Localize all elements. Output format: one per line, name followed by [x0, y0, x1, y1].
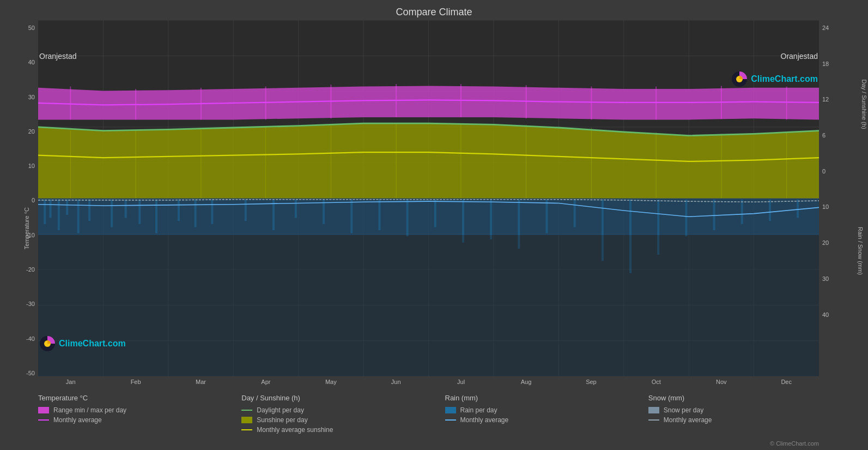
legend-sunshine-avg: Monthly average sunshine — [241, 426, 445, 434]
svg-rect-37 — [245, 200, 247, 221]
svg-rect-55 — [741, 200, 743, 224]
svg-rect-44 — [434, 200, 436, 227]
rain-label: Rain per day — [460, 406, 497, 414]
svg-rect-35 — [195, 200, 197, 227]
svg-rect-56 — [769, 200, 771, 221]
y-right-label-0: 0 — [822, 168, 825, 175]
legend-temp-avg: Monthly average — [38, 416, 241, 424]
x-label-jul: Jul — [428, 379, 493, 387]
svg-rect-25 — [49, 200, 51, 218]
chart-main: Oranjestad — [38, 20, 819, 387]
svg-rect-40 — [323, 200, 325, 224]
svg-rect-48 — [545, 200, 548, 233]
svg-rect-36 — [211, 200, 213, 224]
y-right-label-18: 18 — [822, 61, 829, 67]
sunshine-swatch — [241, 417, 252, 423]
svg-rect-58 — [38, 235, 819, 376]
svg-rect-30 — [111, 200, 113, 227]
page-title: Compare Climate — [0, 7, 868, 18]
legend-sunshine-title: Day / Sunshine (h) — [241, 394, 445, 402]
location-label-left: Oranjestad — [39, 52, 76, 61]
svg-rect-43 — [406, 200, 409, 237]
logo-bottom-left: ClimeChart.com — [39, 335, 126, 352]
legend-temp-title: Temperature °C — [38, 394, 241, 402]
svg-rect-46 — [490, 200, 492, 239]
legend-rain: Rain (mm) Rain per day Monthly average — [445, 394, 648, 434]
svg-rect-32 — [138, 200, 141, 224]
svg-rect-31 — [125, 200, 127, 218]
x-label-jun: Jun — [363, 379, 428, 387]
y-right-label-20: 20 — [822, 239, 829, 246]
legend-rain-avg: Monthly average — [445, 416, 648, 424]
x-label-aug: Aug — [494, 379, 559, 387]
legend-snow-avg: Monthly average — [648, 416, 852, 424]
rain-swatch — [445, 407, 456, 413]
copyright-text: © ClimeChart.com — [770, 440, 819, 447]
y-right-title-rain: Rain / Snow (mm) — [857, 227, 864, 275]
sunshine-avg-line — [241, 429, 252, 430]
svg-rect-39 — [295, 200, 297, 218]
legend-rain-title: Rain (mm) — [445, 394, 648, 402]
y-right-label-12: 12 — [822, 96, 829, 103]
rain-avg-line — [445, 419, 456, 421]
copyright: © ClimeChart.com — [0, 438, 868, 450]
page-container: Compare Climate Temperature °C 50 40 30 … — [0, 0, 868, 450]
y-axis-left-title: Temperature °C — [23, 207, 30, 249]
x-label-jan: Jan — [38, 379, 103, 387]
snow-label: Snow per day — [664, 406, 703, 414]
legend-temp-range: Range min / max per day — [38, 406, 241, 414]
chart-svg-container — [38, 20, 819, 376]
legend-snow-title: Snow (mm) — [648, 394, 852, 402]
daylight-line — [241, 410, 252, 411]
svg-rect-41 — [350, 200, 353, 233]
y-right-label-24: 24 — [822, 25, 829, 31]
rain-avg-label: Monthly average — [460, 416, 509, 424]
x-label-apr: Apr — [233, 379, 298, 387]
sunshine-avg-label: Monthly average sunshine — [257, 426, 333, 434]
snow-avg-line — [648, 419, 659, 421]
legend-temperature: Temperature °C Range min / max per day M… — [38, 394, 241, 434]
location-label-right: Oranjestad — [781, 52, 818, 61]
x-label-sep: Sep — [559, 379, 623, 387]
y-right-label-30: 30 — [822, 275, 829, 282]
x-label-oct: Oct — [624, 379, 689, 387]
svg-rect-26 — [58, 200, 60, 230]
svg-rect-24 — [44, 200, 46, 224]
chart-svg — [38, 20, 819, 376]
snow-avg-label: Monthly average — [664, 416, 712, 424]
logo-icon-bottom — [39, 335, 56, 352]
legend-sunshine: Day / Sunshine (h) Daylight per day Suns… — [241, 394, 445, 434]
y-right-label-40: 40 — [822, 311, 829, 318]
temp-range-label: Range min / max per day — [53, 406, 126, 414]
svg-rect-29 — [88, 200, 90, 221]
snow-swatch — [648, 407, 659, 413]
svg-rect-49 — [574, 200, 576, 227]
logo-text-top: ClimeChart.com — [751, 74, 818, 84]
y-right-label-6: 6 — [822, 132, 825, 139]
sunshine-label: Sunshine per day — [257, 416, 307, 424]
x-axis-labels: Jan Feb Mar Apr May Jun Jul Aug Sep Oct … — [38, 376, 819, 387]
x-label-mar: Mar — [168, 379, 233, 387]
temp-avg-label: Monthly average — [53, 416, 102, 424]
y-right-label-10: 10 — [822, 203, 829, 210]
svg-rect-42 — [378, 200, 380, 230]
x-label-feb: Feb — [103, 379, 168, 387]
svg-rect-28 — [77, 200, 80, 233]
svg-rect-27 — [66, 200, 68, 215]
x-label-dec: Dec — [754, 379, 818, 387]
y-axis-right: 24 18 12 6 0 10 20 30 40 Day / Sunshine … — [819, 20, 857, 387]
daylight-label: Daylight per day — [257, 406, 304, 414]
temp-range-swatch — [38, 407, 49, 413]
logo-top-right: ClimeChart.com — [731, 71, 818, 87]
svg-rect-33 — [155, 200, 157, 233]
x-label-nov: Nov — [689, 379, 754, 387]
svg-rect-53 — [685, 200, 687, 237]
svg-rect-34 — [178, 200, 180, 221]
y-axis-left: Temperature °C 50 40 30 20 10 0 -10 -20 … — [11, 20, 38, 387]
temp-avg-line — [38, 419, 49, 421]
legend-daylight: Daylight per day — [241, 406, 445, 414]
legend-area: Temperature °C Range min / max per day M… — [0, 387, 868, 438]
logo-icon-top — [731, 71, 748, 87]
logo-text-bottom: ClimeChart.com — [59, 339, 126, 349]
svg-rect-54 — [713, 200, 715, 230]
